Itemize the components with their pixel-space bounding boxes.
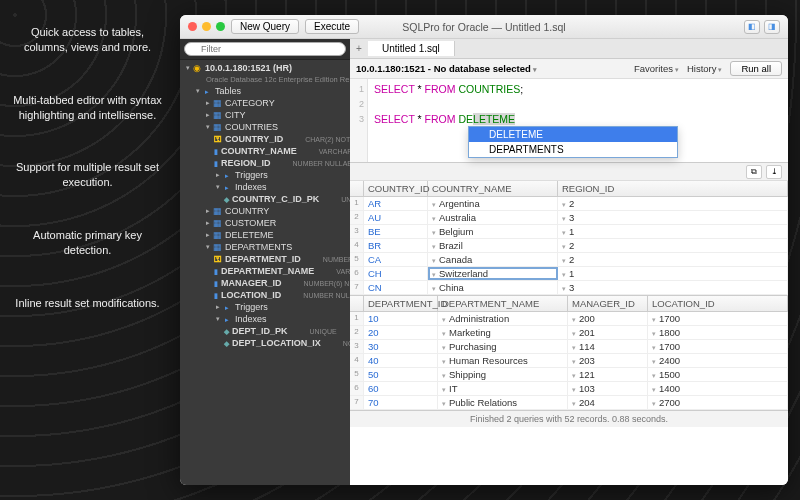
cell[interactable]: 50 [364,368,438,381]
history-menu[interactable]: History [687,63,723,74]
execute-button[interactable]: Execute [305,19,359,34]
code-area[interactable]: SELECT * FROM COUNTRIES; SELECT * FROM D… [350,79,788,127]
col-header[interactable]: REGION_ID [558,181,788,196]
table-row[interactable]: 220Marketing2011800 [350,326,788,340]
cell[interactable]: 1 [558,225,788,238]
cell[interactable]: 2 [350,211,364,224]
connection-selector[interactable]: 10.0.1.180:1521 - No database selected ▾ [356,63,537,74]
cell[interactable]: 2400 [648,354,788,367]
cell[interactable]: Public Relations [438,396,568,409]
countries-indexes-folder[interactable]: ▾Indexes [180,181,350,193]
cell[interactable]: 3 [558,211,788,224]
cell[interactable]: CA [364,253,428,266]
col-manager-id[interactable]: MANAGER_IDNUMBER(6) NULLABLE [180,277,350,289]
cell[interactable]: 2 [558,197,788,210]
cell[interactable]: 5 [350,253,364,266]
cell[interactable]: AR [364,197,428,210]
col-country-id[interactable]: COUNTRY_IDCHAR(2) NOT NULL [180,133,350,145]
cell[interactable]: 1500 [648,368,788,381]
cell[interactable]: 1400 [648,382,788,395]
cell[interactable]: 7 [350,281,364,294]
col-department-name[interactable]: DEPARTMENT_NAMEVARCHAR2(30) NOT NULL [180,265,350,277]
cell[interactable]: 3 [558,281,788,294]
close-icon[interactable] [188,22,197,31]
cell[interactable]: 2700 [648,396,788,409]
cell[interactable]: Argentina [428,197,558,210]
col-header[interactable]: DEPARTMENT_NAME [438,296,568,311]
results-grid-1[interactable]: COUNTRY_IDCOUNTRY_NAMEREGION_ID1ARArgent… [350,181,788,296]
cell[interactable]: AU [364,211,428,224]
table-customer[interactable]: ▸▦CUSTOMER [180,217,350,229]
minimize-icon[interactable] [202,22,211,31]
col-header[interactable]: COUNTRY_NAME [428,181,558,196]
cell[interactable]: 103 [568,382,648,395]
dept-triggers-folder[interactable]: ▸Triggers [180,301,350,313]
cell[interactable]: 1 [350,197,364,210]
table-row[interactable]: 6CHSwitzerland1 [350,267,788,281]
cell[interactable]: 4 [350,239,364,252]
export-icon[interactable]: ⤓ [766,165,782,179]
cell[interactable]: 6 [350,267,364,280]
table-departments[interactable]: ▾▦DEPARTMENTS [180,241,350,253]
table-row[interactable]: 7CNChina3 [350,281,788,295]
col-header[interactable] [350,181,364,196]
cell[interactable]: 204 [568,396,648,409]
cell[interactable]: 114 [568,340,648,353]
favorites-menu[interactable]: Favorites [634,63,679,74]
cell[interactable]: 60 [364,382,438,395]
table-row[interactable]: 440Human Resources2032400 [350,354,788,368]
table-row[interactable]: 330Purchasing1141700 [350,340,788,354]
cell[interactable]: 2 [558,239,788,252]
cell[interactable]: 121 [568,368,648,381]
table-row[interactable]: 2AUAustralia3 [350,211,788,225]
dept-indexes-folder[interactable]: ▾Indexes [180,313,350,325]
connection-node[interactable]: ▾◉10.0.1.180:1521 (HR) [180,62,350,74]
col-region-id[interactable]: REGION_IDNUMBER NULLABLE [180,157,350,169]
col-header[interactable] [350,296,364,311]
cell[interactable]: BR [364,239,428,252]
run-all-button[interactable]: Run all [730,61,782,76]
cell[interactable]: Canada [428,253,558,266]
cell[interactable]: 40 [364,354,438,367]
toggle-right-panel-icon[interactable]: ◨ [764,20,780,34]
cell[interactable]: CN [364,281,428,294]
tables-folder[interactable]: ▾Tables [180,85,350,97]
cell[interactable]: Marketing [438,326,568,339]
cell[interactable]: Australia [428,211,558,224]
col-department-id[interactable]: DEPARTMENT_IDNUMBER(4) NOT NULL [180,253,350,265]
cell[interactable]: Purchasing [438,340,568,353]
table-row[interactable]: 550Shipping1211500 [350,368,788,382]
cell[interactable]: 1800 [648,326,788,339]
cell[interactable]: Belgium [428,225,558,238]
table-row[interactable]: 4BRBrazil2 [350,239,788,253]
index-country-c-id-pk[interactable]: COUNTRY_C_ID_PKUNIQUE [180,193,350,205]
cell[interactable]: 203 [568,354,648,367]
tab-untitled-1[interactable]: Untitled 1.sql [368,41,455,56]
results-grid-2[interactable]: DEPARTMENT_IDDEPARTMENT_NAMEMANAGER_IDLO… [350,296,788,411]
new-query-button[interactable]: New Query [231,19,299,34]
col-location-id[interactable]: LOCATION_IDNUMBER NULLABLE [180,289,350,301]
copy-icon[interactable]: ⧉ [746,165,762,179]
cell[interactable]: 1700 [648,312,788,325]
index-dept-id-pk[interactable]: DEPT_ID_PKUNIQUE [180,325,350,337]
cell[interactable]: 30 [364,340,438,353]
col-header[interactable]: DEPARTMENT_ID [364,296,438,311]
col-header[interactable]: LOCATION_ID [648,296,788,311]
autocomplete-item-1[interactable]: DEPARTMENTS [469,142,677,157]
filter-input[interactable] [184,42,346,56]
cell[interactable]: 7 [350,396,364,409]
col-country-name[interactable]: COUNTRY_NAMEVARCHAR2(40) NULLABLE [180,145,350,157]
table-row[interactable]: 770Public Relations2042700 [350,396,788,410]
cell[interactable]: Human Resources [438,354,568,367]
cell[interactable]: Switzerland [428,267,558,280]
table-row[interactable]: 110Administration2001700 [350,312,788,326]
col-header[interactable]: COUNTRY_ID [364,181,428,196]
cell[interactable]: 70 [364,396,438,409]
table-category[interactable]: ▸▦CATEGORY [180,97,350,109]
schema-tree[interactable]: ▾◉10.0.1.180:1521 (HR) Oracle Database 1… [180,60,350,485]
table-row[interactable]: 3BEBelgium1 [350,225,788,239]
cell[interactable]: 20 [364,326,438,339]
cell[interactable]: 200 [568,312,648,325]
table-countries[interactable]: ▾▦COUNTRIES [180,121,350,133]
table-row[interactable]: 1ARArgentina2 [350,197,788,211]
